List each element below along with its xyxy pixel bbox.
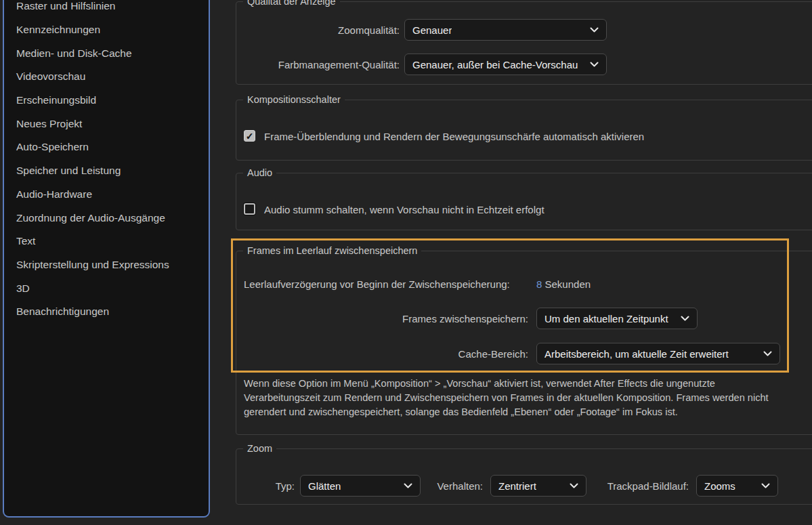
zoom-type-label: Typ: xyxy=(244,480,295,492)
frame-blending-checkbox[interactable]: ✓ xyxy=(244,130,255,142)
sidebar-item-neues-projekt[interactable]: Neues Projekt xyxy=(4,112,209,135)
section-label-idle-cache: Frames im Leerlauf zwischenspeichern xyxy=(243,245,421,257)
idle-cache-description: Wenn diese Option im Menü „Komposition“ … xyxy=(244,377,782,419)
chevron-down-icon xyxy=(570,483,578,488)
sidebar-item-kennzeichnungen[interactable]: Kennzeichnungen xyxy=(4,18,209,42)
zoom-type-value: Glätten xyxy=(308,480,341,492)
sidebar-item-benachrichtigungen[interactable]: Benachrichtigungen xyxy=(4,300,209,324)
cache-frames-dropdown[interactable]: Um den aktuellen Zeitpunkt xyxy=(536,308,698,329)
chevron-down-icon xyxy=(404,483,412,488)
sidebar-item-zuordnung-der-audio-ausgaenge[interactable]: Zuordnung der Audio-Ausgänge xyxy=(4,206,209,230)
preferences-sidebar: Raster und Hilfslinien Kennzeichnungen M… xyxy=(3,0,210,518)
trackpad-scroll-label: Trackpad-Bildlauf: xyxy=(599,480,689,492)
sidebar-item-raster-und-hilfslinien[interactable]: Raster und Hilfslinien xyxy=(4,0,209,18)
sidebar-item-medien-und-disk-cache[interactable]: Medien- und Disk-Cache xyxy=(4,41,209,65)
chevron-down-icon xyxy=(763,351,772,356)
section-label-display-quality: Qualität der Anzeige xyxy=(243,0,340,7)
zoom-quality-label: Zoomqualität: xyxy=(234,24,400,36)
idle-delay-unit: Sekunden xyxy=(545,278,591,290)
idle-delay-value[interactable]: 8 xyxy=(536,278,542,290)
section-label-audio: Audio xyxy=(243,167,276,179)
frame-blending-checkbox-label[interactable]: Frame-Überblendung und Rendern der Beweg… xyxy=(264,131,644,142)
chevron-down-icon xyxy=(590,62,599,67)
preferences-category-list: Raster und Hilfslinien Kennzeichnungen M… xyxy=(4,0,209,324)
mute-audio-checkbox-label[interactable]: Audio stumm schalten, wenn Vorschau nich… xyxy=(264,204,544,215)
chevron-down-icon xyxy=(761,483,770,488)
zoom-type-dropdown[interactable]: Glätten xyxy=(300,475,421,497)
preferences-window: Raster und Hilfslinien Kennzeichnungen M… xyxy=(0,0,812,525)
section-label-zoom: Zoom xyxy=(243,443,276,455)
idle-delay-field: 8 Sekunden xyxy=(536,278,591,290)
zoom-behavior-value: Zentriert xyxy=(498,480,536,492)
section-audio: Audio xyxy=(236,173,812,230)
color-management-quality-value: Genauer, außer bei Cache-Vorschau xyxy=(412,59,578,70)
mute-audio-checkbox[interactable] xyxy=(244,203,255,215)
sidebar-item-3d[interactable]: 3D xyxy=(4,276,209,300)
zoom-behavior-dropdown[interactable]: Zentriert xyxy=(490,475,586,497)
zoom-behavior-label: Verhalten: xyxy=(430,480,483,492)
sidebar-item-auto-speichern[interactable]: Auto-Speichern xyxy=(4,135,209,159)
sidebar-item-text[interactable]: Text xyxy=(4,230,209,253)
cache-range-dropdown[interactable]: Arbeitsbereich, um aktuelle Zeit erweite… xyxy=(536,343,780,364)
trackpad-scroll-value: Zooms xyxy=(704,480,735,492)
sidebar-item-skripterstellung-und-expressions[interactable]: Skripterstellung und Expressions xyxy=(4,253,209,277)
cache-range-label: Cache-Bereich: xyxy=(234,348,528,360)
zoom-quality-dropdown[interactable]: Genauer xyxy=(404,19,607,41)
sidebar-item-videovorschau[interactable]: Videovorschau xyxy=(4,65,209,89)
color-management-quality-dropdown[interactable]: Genauer, außer bei Cache-Vorschau xyxy=(404,54,607,75)
sidebar-item-audio-hardware[interactable]: Audio-Hardware xyxy=(4,183,209,207)
cache-range-value: Arbeitsbereich, um aktuelle Zeit erweite… xyxy=(544,348,729,360)
checkmark-icon: ✓ xyxy=(246,131,254,140)
trackpad-scroll-dropdown[interactable]: Zooms xyxy=(696,475,778,497)
zoom-quality-value: Genauer xyxy=(412,24,452,36)
cache-frames-value: Um den aktuellen Zeitpunkt xyxy=(544,313,668,324)
chevron-down-icon xyxy=(590,27,599,33)
color-management-quality-label: Farbmanagement-Qualität: xyxy=(234,59,400,70)
section-label-composition-switches: Kompositionsschalter xyxy=(243,94,345,106)
chevron-down-icon xyxy=(681,316,689,321)
section-composition-switches: Kompositionsschalter xyxy=(236,100,812,161)
sidebar-item-erscheinungsbild[interactable]: Erscheinungsbild xyxy=(4,89,209,112)
cache-frames-label: Frames zwischenspeichern: xyxy=(234,313,528,324)
sidebar-item-speicher-und-leistung[interactable]: Speicher und Leistung xyxy=(4,159,209,183)
preferences-content: Qualität der Anzeige Kompositionsschalte… xyxy=(234,0,812,525)
idle-delay-label: Leerlaufverzögerung vor Beginn der Zwisc… xyxy=(244,278,510,290)
